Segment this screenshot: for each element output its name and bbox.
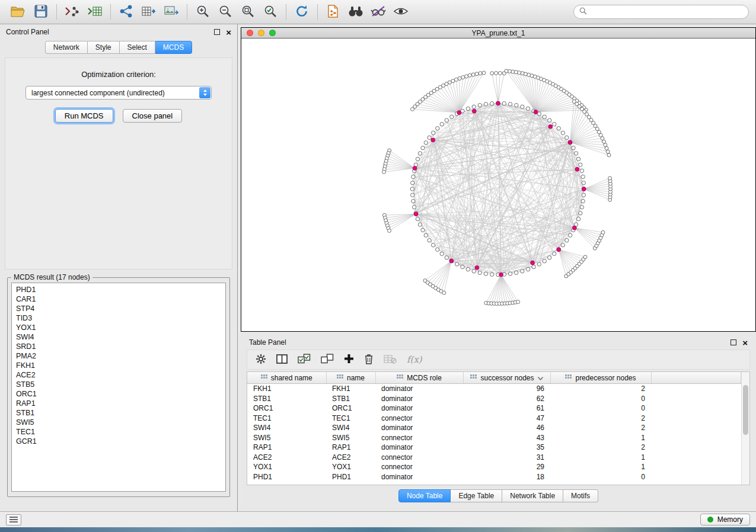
- create-column-button[interactable]: [344, 354, 354, 366]
- column-header-shared-name[interactable]: shared name: [247, 372, 326, 384]
- close-panel-icon[interactable]: ×: [226, 28, 231, 37]
- zoom-in-icon: [196, 4, 210, 20]
- column-header-mcds-role[interactable]: MCDS role: [375, 372, 463, 384]
- zoom-in-button[interactable]: [192, 2, 214, 21]
- table-row[interactable]: PHD1PHD1dominator180: [247, 472, 741, 482]
- list-item[interactable]: SRD1: [12, 342, 225, 351]
- checkboxes-checked-icon: [298, 354, 311, 366]
- scrollbar-thumb[interactable]: [743, 385, 748, 435]
- list-item[interactable]: STB5: [12, 380, 225, 389]
- import-table-icon: [87, 5, 103, 20]
- save-session-button[interactable]: [30, 2, 52, 21]
- search-network-button[interactable]: [344, 2, 367, 21]
- toolbar-separator: [187, 4, 187, 20]
- control-panel-title: Control Panel: [6, 28, 49, 36]
- float-panel-icon[interactable]: [214, 29, 220, 35]
- list-item[interactable]: FKH1: [12, 361, 225, 370]
- hide-graphics-details-button[interactable]: [367, 2, 390, 21]
- tab-edge-table[interactable]: Edge Table: [451, 489, 502, 502]
- delete-table-icon: [384, 354, 397, 366]
- show-column-panel-button[interactable]: [276, 354, 288, 366]
- table-row[interactable]: ACE2ACE2connector311: [247, 453, 741, 463]
- delete-table-button[interactable]: [384, 354, 397, 366]
- zoom-fit-icon: [241, 4, 255, 20]
- zoom-out-button[interactable]: [214, 2, 237, 21]
- list-item[interactable]: SWI4: [12, 332, 225, 342]
- column-type-icon: [565, 374, 572, 382]
- chevron-down-icon[interactable]: [538, 374, 543, 382]
- column-type-icon: [337, 374, 343, 382]
- network-doc-share-button[interactable]: [322, 2, 344, 21]
- column-header-name[interactable]: name: [326, 372, 375, 384]
- zoom-fit-button[interactable]: [237, 2, 259, 21]
- control-panel: Control Panel × Network Style Select MCD…: [0, 24, 238, 511]
- network-window-titlebar[interactable]: YPA_prune.txt_1: [241, 28, 755, 39]
- search-input[interactable]: [591, 7, 743, 17]
- show-graphics-details-button[interactable]: [390, 2, 412, 21]
- close-panel-icon[interactable]: ×: [742, 338, 748, 347]
- list-item[interactable]: SWI5: [12, 418, 225, 427]
- table-options-button[interactable]: [256, 354, 266, 366]
- list-item[interactable]: TID3: [12, 313, 225, 323]
- mcds-tab-content: Optimization criterion: largest connecte…: [5, 57, 232, 270]
- table-row[interactable]: RAP1RAP1dominator352: [247, 443, 741, 453]
- table-row[interactable]: ORC1ORC1dominator610: [247, 403, 741, 414]
- table-row[interactable]: SWI4SWI4dominator462: [247, 423, 741, 433]
- tab-select[interactable]: Select: [120, 41, 155, 54]
- export-network-button[interactable]: [115, 2, 138, 21]
- import-table-button[interactable]: [84, 2, 106, 21]
- delete-column-button[interactable]: [364, 354, 374, 366]
- export-table-button[interactable]: [138, 2, 160, 21]
- table-row[interactable]: STB1STB1dominator620: [247, 394, 741, 404]
- memory-button[interactable]: Memory: [700, 514, 750, 525]
- table-row[interactable]: TEC1TEC1connector472: [247, 414, 741, 424]
- list-item[interactable]: PMA2: [12, 351, 225, 361]
- table-scrollbar[interactable]: [741, 372, 749, 485]
- zoom-selected-button[interactable]: [259, 2, 282, 21]
- network-canvas[interactable]: [241, 39, 755, 332]
- optimization-criterion-select[interactable]: largest connected component (undirected): [25, 86, 212, 100]
- column-header-predecessor-nodes[interactable]: predecessor nodes: [550, 372, 651, 384]
- list-item[interactable]: ORC1: [12, 389, 225, 399]
- list-item[interactable]: CAR1: [12, 294, 225, 304]
- minimize-window-icon[interactable]: [258, 30, 264, 36]
- toolbar-separator: [56, 4, 57, 20]
- select-all-rows-button[interactable]: [298, 354, 311, 366]
- table-row[interactable]: FKH1FKH1dominator962: [247, 384, 741, 394]
- list-item[interactable]: STB1: [12, 408, 225, 418]
- export-image-button[interactable]: [160, 2, 183, 21]
- close-panel-button[interactable]: Close panel: [123, 109, 183, 123]
- list-item[interactable]: TEC1: [12, 427, 225, 437]
- run-mcds-button[interactable]: Run MCDS: [55, 109, 113, 123]
- glasses-slash-icon: [371, 5, 386, 19]
- deselect-all-rows-button[interactable]: [321, 354, 334, 366]
- eye-icon: [393, 6, 409, 18]
- tab-style[interactable]: Style: [88, 41, 120, 54]
- list-item[interactable]: YOX1: [12, 323, 225, 332]
- list-item[interactable]: STP4: [12, 304, 225, 313]
- document-share-icon: [327, 4, 340, 20]
- tab-network-table[interactable]: Network Table: [502, 489, 563, 502]
- close-window-icon[interactable]: [247, 30, 253, 36]
- tab-network[interactable]: Network: [45, 41, 88, 54]
- list-item[interactable]: ACE2: [12, 370, 225, 380]
- float-panel-icon[interactable]: [731, 339, 736, 345]
- open-session-button[interactable]: [7, 2, 30, 21]
- function-builder-button[interactable]: f(x): [407, 354, 422, 365]
- automation-menu-button[interactable]: [6, 514, 21, 525]
- control-panel-header: Control Panel ×: [0, 24, 237, 40]
- maximize-window-icon[interactable]: [269, 30, 276, 36]
- tab-node-table[interactable]: Node Table: [398, 489, 451, 502]
- column-header-successor-nodes[interactable]: successor nodes: [463, 372, 550, 384]
- list-item[interactable]: RAP1: [12, 399, 225, 408]
- list-item[interactable]: PHD1: [12, 285, 225, 294]
- toolbar-separator: [110, 4, 111, 20]
- hamburger-icon: [9, 515, 18, 524]
- table-row[interactable]: SWI5SWI5connector431: [247, 433, 741, 443]
- table-row[interactable]: YOX1YOX1connector291: [247, 462, 741, 472]
- list-item[interactable]: GCR1: [12, 437, 225, 446]
- tab-mcds[interactable]: MCDS: [155, 41, 192, 54]
- import-network-button[interactable]: [61, 2, 84, 21]
- refresh-view-button[interactable]: [291, 2, 313, 21]
- tab-motifs[interactable]: Motifs: [563, 489, 598, 502]
